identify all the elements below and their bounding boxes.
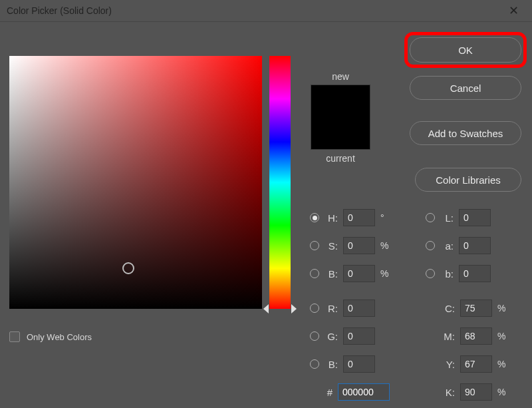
b-lab-field: b: [426,265,491,282]
g-field: G: [310,327,375,345]
c-field: C: % [442,300,505,317]
b-hsb-field: B: % [310,265,388,282]
y-unit: % [497,359,505,369]
b-hsb-radio[interactable] [310,269,319,278]
r-label: R: [325,303,338,314]
add-to-swatches-button[interactable]: Add to Swatches [410,121,521,145]
k-field: K: % [442,383,505,401]
saturation-brightness-field[interactable] [9,56,262,309]
b-lab-radio[interactable] [426,269,435,278]
a-input[interactable] [459,237,491,254]
k-label: K: [442,387,455,398]
a-label: a: [440,240,454,252]
m-input[interactable] [460,327,492,345]
c-input[interactable] [460,300,492,317]
r-input[interactable] [343,300,375,317]
hex-field: # [325,383,390,401]
b-hsb-label: B: [325,268,338,280]
s-radio[interactable] [310,241,319,250]
color-preview: new current [307,71,374,164]
m-unit: % [497,331,505,341]
h-label: H: [325,212,338,224]
b-rgb-input[interactable] [343,355,375,373]
l-radio[interactable] [426,213,435,222]
hex-label: # [325,387,332,398]
color-preview-box [311,85,370,150]
checkbox-icon[interactable] [9,331,20,342]
only-web-colors[interactable]: Only Web Colors [9,331,92,342]
k-unit: % [497,387,505,397]
a-radio[interactable] [426,241,435,250]
close-icon[interactable]: ✕ [502,1,525,21]
cancel-button-label: Cancel [450,83,481,94]
ok-button-label: OK [458,45,473,56]
h-input[interactable] [343,209,375,226]
only-web-label: Only Web Colors [27,332,92,342]
c-unit: % [497,303,505,313]
title-divider [0,21,532,22]
b-lab-label: b: [440,268,454,280]
c-label: C: [442,303,455,314]
cancel-button[interactable]: Cancel [410,76,521,100]
k-input[interactable] [460,383,492,401]
h-radio[interactable] [310,213,319,222]
g-radio[interactable] [310,331,319,341]
s-input[interactable] [343,237,375,254]
l-field: L: [426,209,491,226]
y-field: Y: % [442,355,505,373]
hex-input[interactable] [338,383,390,401]
h-unit: ° [380,212,384,223]
color-libraries-button[interactable]: Color Libraries [415,168,521,192]
ok-button[interactable]: OK [410,37,521,63]
current-label: current [326,153,355,164]
h-field: H: ° [310,209,384,226]
b-rgb-field: B: [310,355,375,373]
window-title: Color Picker (Solid Color) [7,5,502,16]
y-input[interactable] [460,355,492,373]
b-lab-input[interactable] [459,265,491,282]
a-field: a: [426,237,491,254]
add-swatches-label: Add to Swatches [428,128,503,139]
y-label: Y: [442,359,455,370]
b-hsb-unit: % [380,268,388,279]
new-label: new [332,71,349,82]
r-field: R: [310,300,375,317]
m-field: M: % [442,327,505,345]
color-libraries-label: Color Libraries [436,174,501,186]
s-label: S: [325,240,338,252]
l-input[interactable] [459,209,491,226]
b-hsb-input[interactable] [343,265,375,282]
g-input[interactable] [343,327,375,345]
r-radio[interactable] [310,304,319,313]
color-picker-marker[interactable] [122,262,134,274]
hue-slider[interactable] [269,56,291,309]
s-unit: % [380,240,388,251]
hue-arrow-left-icon [263,304,269,313]
l-label: L: [440,212,454,224]
hue-arrow-right-icon [291,304,297,313]
b-rgb-radio[interactable] [310,359,319,369]
m-label: M: [442,331,455,342]
s-field: S: % [310,237,388,254]
title-bar: Color Picker (Solid Color) ✕ [0,0,532,21]
g-label: G: [325,331,338,342]
b-rgb-label: B: [325,359,338,370]
